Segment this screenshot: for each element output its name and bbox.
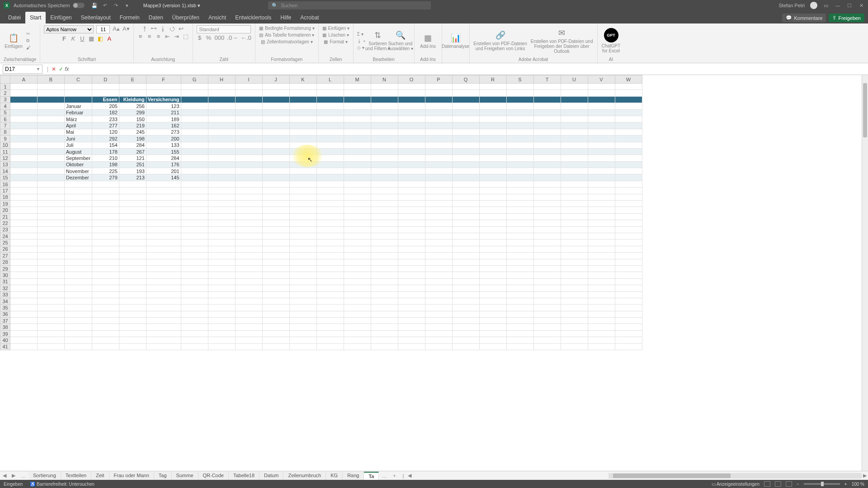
column-header[interactable]: T — [533, 75, 561, 84]
cell[interactable] — [425, 278, 452, 285]
cell[interactable] — [344, 291, 371, 298]
cell[interactable] — [119, 337, 146, 343]
cell[interactable]: Februar — [65, 109, 92, 116]
cell[interactable] — [588, 84, 615, 90]
cell[interactable] — [10, 253, 38, 259]
tab-hilfe[interactable]: Hilfe — [276, 12, 296, 23]
cell[interactable] — [425, 253, 452, 259]
cell[interactable] — [316, 246, 344, 252]
delete-cells-button[interactable]: ▦ Löschen ▾ — [322, 32, 349, 38]
cell[interactable] — [146, 226, 181, 233]
cell[interactable] — [10, 285, 38, 291]
cell[interactable] — [38, 343, 65, 350]
cell[interactable] — [425, 259, 452, 265]
cell[interactable] — [561, 201, 588, 207]
cell[interactable] — [344, 239, 371, 246]
cell[interactable] — [316, 330, 344, 337]
cell[interactable] — [181, 168, 208, 174]
cell[interactable] — [316, 168, 344, 174]
row-header[interactable]: 32 — [0, 285, 10, 291]
cell[interactable] — [506, 291, 533, 298]
cell[interactable] — [615, 168, 642, 174]
cell[interactable] — [371, 272, 398, 278]
cell[interactable] — [289, 155, 316, 161]
conditional-formatting-button[interactable]: ▦ Bedingte Formatierung ▾ — [259, 25, 315, 31]
cell[interactable] — [344, 103, 371, 109]
cell[interactable] — [289, 233, 316, 239]
row-header[interactable]: 21 — [0, 213, 10, 220]
cell[interactable]: 200 — [146, 136, 181, 142]
cell[interactable] — [289, 246, 316, 252]
cell[interactable]: 145 — [146, 174, 181, 181]
cell[interactable] — [235, 116, 262, 122]
tab-seitenlayout[interactable]: Seitenlayout — [76, 12, 115, 23]
cell[interactable] — [181, 122, 208, 129]
cell[interactable] — [398, 220, 425, 226]
cell[interactable] — [38, 213, 65, 220]
row-header[interactable]: 39 — [0, 330, 10, 337]
cell[interactable] — [181, 220, 208, 226]
cell[interactable] — [452, 194, 479, 200]
cell[interactable]: 201 — [146, 168, 181, 174]
cell[interactable] — [398, 226, 425, 233]
cell[interactable] — [371, 298, 398, 304]
cell[interactable]: 284 — [146, 155, 181, 161]
cell[interactable] — [208, 324, 235, 330]
cell[interactable] — [181, 253, 208, 259]
cell[interactable] — [316, 148, 344, 155]
cell[interactable] — [289, 207, 316, 213]
cell[interactable] — [344, 233, 371, 239]
cell[interactable] — [181, 278, 208, 285]
cell[interactable] — [10, 233, 38, 239]
cell[interactable] — [479, 285, 506, 291]
cell[interactable] — [92, 278, 119, 285]
cell[interactable] — [533, 213, 561, 220]
cell[interactable] — [119, 84, 146, 90]
cell[interactable]: 133 — [146, 142, 181, 148]
cell[interactable] — [262, 96, 289, 103]
cell[interactable]: Versicherung — [146, 96, 181, 103]
cell[interactable] — [615, 246, 642, 252]
cell[interactable] — [506, 272, 533, 278]
cell[interactable] — [452, 343, 479, 350]
cell[interactable] — [588, 136, 615, 142]
cell[interactable] — [235, 226, 262, 233]
cell[interactable] — [92, 318, 119, 324]
cell[interactable] — [452, 291, 479, 298]
row-header[interactable]: 29 — [0, 265, 10, 272]
cell[interactable] — [65, 285, 92, 291]
cell[interactable] — [92, 233, 119, 239]
cell[interactable] — [479, 220, 506, 226]
cell[interactable] — [181, 259, 208, 265]
cell[interactable] — [208, 174, 235, 181]
cell[interactable] — [533, 116, 561, 122]
row-header[interactable]: 20 — [0, 207, 10, 213]
undo-icon[interactable]: ↶ — [102, 3, 109, 9]
cell[interactable] — [615, 96, 642, 103]
cell[interactable] — [425, 233, 452, 239]
column-header[interactable]: K — [289, 75, 316, 84]
cell[interactable] — [289, 168, 316, 174]
cell[interactable] — [479, 259, 506, 265]
row-header[interactable]: 36 — [0, 311, 10, 317]
cell[interactable] — [262, 194, 289, 200]
cell[interactable]: 245 — [119, 129, 146, 135]
cell[interactable] — [181, 285, 208, 291]
cell[interactable] — [65, 253, 92, 259]
formula-input[interactable] — [71, 65, 868, 74]
cell[interactable] — [371, 174, 398, 181]
row-header[interactable]: 17 — [0, 188, 10, 194]
cell[interactable] — [38, 129, 65, 135]
cell[interactable] — [10, 318, 38, 324]
cell[interactable] — [289, 96, 316, 103]
cell[interactable] — [615, 188, 642, 194]
cell[interactable] — [344, 298, 371, 304]
cell[interactable] — [38, 272, 65, 278]
cell[interactable] — [38, 194, 65, 200]
cell[interactable] — [208, 155, 235, 161]
cell[interactable] — [479, 174, 506, 181]
cell[interactable] — [262, 298, 289, 304]
cell[interactable] — [506, 337, 533, 343]
cell[interactable] — [561, 96, 588, 103]
cell[interactable] — [479, 305, 506, 311]
